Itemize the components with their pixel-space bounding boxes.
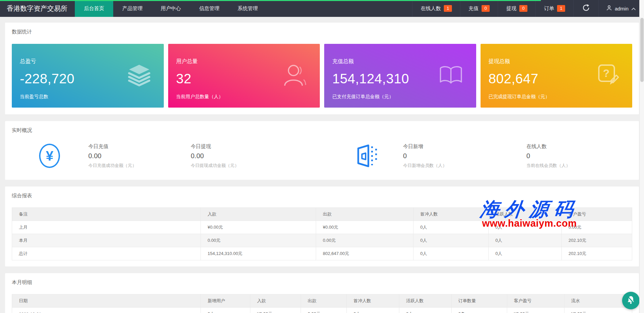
column-header: 客户盈亏 — [507, 294, 564, 308]
brand-title: 香港数字资产交易所 — [0, 0, 75, 17]
stat-cards-row: 总盈亏 -228,720 当前盈亏总数 用户总量 32 当前用户总数量（人） — [12, 44, 632, 108]
table-header-row: 日期 新增用户 入款 出款 首冲人数 活跃人数 订单数量 客户盈亏 流水 — [12, 294, 632, 308]
table-cell: 0人 — [413, 247, 489, 260]
status-badge: 1 — [557, 5, 565, 12]
user-icon — [606, 5, 612, 12]
status-withdraw[interactable]: 提现 0 — [498, 0, 535, 17]
column-header: 备注 — [12, 208, 201, 221]
table-cell: 0人 — [347, 308, 399, 313]
mute-notifications-fab[interactable] — [622, 292, 640, 309]
table-cell: 0.00元 — [301, 308, 347, 313]
help-edit-icon: ? — [596, 63, 620, 88]
table-cell: 本月 — [12, 234, 201, 247]
panel-data-statistics: 数据统计 总盈亏 -228,720 当前盈亏总数 用户总量 32 — [5, 23, 639, 114]
stat-card-total-withdraw: 提现总额 802,647 已完成提现订单总金额（元） ? — [481, 44, 633, 108]
menu-item-information[interactable]: 信息管理 — [190, 0, 228, 17]
menu-item-users[interactable]: 用户中心 — [152, 0, 190, 17]
realtime-item-today-recharge: 今日充值 0.00 今日充值成功金额（元） — [88, 143, 191, 169]
menu-item-system[interactable]: 系统管理 — [228, 0, 267, 17]
status-recharge-label: 充值 — [468, 5, 479, 12]
table-cell: ¥0.00元 — [564, 308, 632, 313]
panel-summary-report: 综合报表 备注 入款 出款 首冲人数 活跃人数 客户盈亏 上月 ¥0. — [5, 187, 639, 266]
table-cell: 154,124,310.00元 — [201, 247, 316, 260]
column-header: 订单数量 — [452, 294, 507, 308]
column-header: 入款 — [201, 208, 316, 221]
yen-circle-icon: ¥ — [39, 144, 60, 168]
table-cell: 上月 — [12, 221, 201, 234]
column-header: 首冲人数 — [413, 208, 489, 221]
table-row: 2023-10-01 0人 ¥0.00元 0.00元 0人 0人 0条 ¥0.0… — [12, 308, 632, 313]
table-cell: 0.00元 — [201, 234, 316, 247]
panel-title: 数据统计 — [12, 29, 632, 35]
column-header: 日期 — [12, 294, 201, 308]
layers-icon — [127, 64, 152, 88]
panel-title: 实时概况 — [12, 127, 632, 133]
realtime-value: 0 — [526, 152, 627, 160]
main-menu: 后台首页 产品管理 用户中心 信息管理 系统管理 — [75, 0, 267, 17]
panel-title: 综合报表 — [12, 193, 632, 199]
realtime-label: 今日充值 — [88, 143, 191, 150]
stat-card-desc: 当前用户总数量（人） — [176, 94, 320, 100]
realtime-item-today-withdraw: 今日提现 0.00 今日提现成功金额（元） — [191, 143, 292, 169]
realtime-value: 0.00 — [88, 152, 191, 160]
column-header: 活跃人数 — [489, 208, 562, 221]
page-scrollbar[interactable] — [639, 0, 644, 313]
stat-card-total-users: 用户总量 32 当前用户总数量（人） — [168, 44, 320, 108]
stat-card-total-pnl: 总盈亏 -228,720 当前盈亏总数 — [12, 44, 164, 108]
scrollbar-thumb[interactable] — [640, 18, 644, 82]
month-detail-table: 日期 新增用户 入款 出款 首冲人数 活跃人数 订单数量 客户盈亏 流水 202… — [12, 294, 632, 313]
table-cell: ¥0.00元 — [201, 221, 316, 234]
table-cell: 0人 — [413, 221, 489, 234]
open-book-icon — [438, 64, 464, 87]
top-navbar: 香港数字资产交易所 后台首页 产品管理 用户中心 信息管理 系统管理 在线人数 … — [0, 0, 644, 17]
status-recharge[interactable]: 充值 0 — [460, 0, 498, 17]
status-orders-label: 订单 — [544, 5, 554, 12]
status-online-users-label: 在线人数 — [421, 5, 441, 12]
table-cell: ¥0.00元 — [250, 308, 301, 313]
menu-item-products[interactable]: 产品管理 — [113, 0, 152, 17]
table-cell: 0人 — [489, 234, 562, 247]
realtime-item-online-members: 在线人数 0 当前在线会员数（人） — [526, 143, 627, 169]
status-badge: 0 — [482, 5, 490, 12]
table-cell: 总计 — [12, 247, 201, 260]
panel-realtime-overview: 实时概况 ¥ 今日充值 0.00 今日充值成功金额（元） 今日提现 0.00 今… — [5, 121, 639, 180]
refresh-button[interactable] — [573, 0, 599, 17]
status-online-users[interactable]: 在线人数 1 — [412, 0, 460, 17]
table-cell: 0人 — [413, 234, 489, 247]
menu-item-dashboard[interactable]: 后台首页 — [75, 0, 113, 17]
panel-month-detail: 本月明细 日期 新增用户 入款 出款 首冲人数 活跃人数 订单数量 客户盈亏 流… — [5, 273, 639, 313]
table-cell: 802,647.00元 — [316, 247, 413, 260]
realtime-desc: 今日提现成功金额（元） — [191, 163, 292, 169]
table-cell: 0人 — [201, 308, 250, 313]
status-badge: 1 — [444, 5, 452, 12]
user-menu[interactable]: admin — [599, 0, 644, 17]
table-cell: 0.00元 — [316, 234, 413, 247]
realtime-value: 0.00 — [191, 152, 292, 160]
table-cell: 0条 — [452, 308, 507, 313]
bell-slash-icon — [626, 295, 636, 306]
stat-card-desc: 已完成提现订单总金额（元） — [489, 94, 633, 100]
question-mark-glyph: ? — [603, 67, 610, 79]
table-row: 本月 0.00元 0.00元 0人 0人 202.10元 — [12, 234, 632, 247]
status-orders[interactable]: 订单 1 — [535, 0, 573, 17]
column-header: 出款 — [301, 294, 347, 308]
table-cell: ¥0.00元 — [507, 308, 564, 313]
column-header: 出款 — [316, 208, 413, 221]
table-cell: 202.10元 — [562, 247, 632, 260]
chevron-up-icon — [631, 6, 636, 11]
column-header: 入款 — [250, 294, 301, 308]
table-cell: 0人 — [399, 308, 452, 313]
main-content: 数据统计 总盈亏 -228,720 当前盈亏总数 用户总量 32 — [0, 17, 644, 313]
table-cell: 2023-10-01 — [12, 308, 201, 313]
column-header: 活跃人数 — [399, 294, 452, 308]
status-badge: 0 — [519, 5, 527, 12]
realtime-label: 今日新增 — [403, 143, 526, 150]
realtime-desc: 当前在线会员数（人） — [526, 163, 627, 169]
table-cell: 0人 — [489, 221, 562, 234]
realtime-item-today-new-members: 今日新增 0 今日新增会员数（人） — [403, 143, 526, 169]
user-icon — [283, 63, 308, 88]
realtime-label: 今日提现 — [191, 143, 292, 150]
table-header-row: 备注 入款 出款 首冲人数 活跃人数 客户盈亏 — [12, 208, 632, 221]
stat-card-total-recharge: 充值总额 154,124,310 已支付充值订单总金额（元） — [324, 44, 476, 108]
table-cell: 0.00元 — [562, 221, 632, 234]
